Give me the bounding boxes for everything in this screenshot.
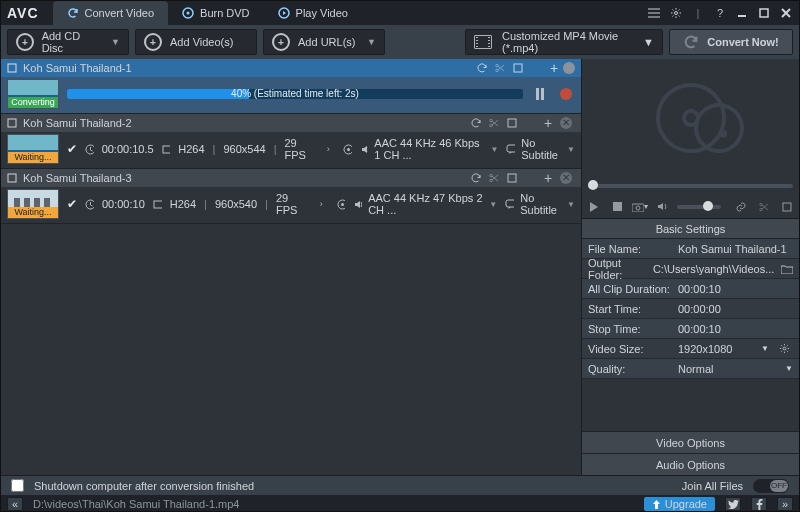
- scissors-icon[interactable]: [485, 169, 503, 187]
- stop-time-field[interactable]: 00:00:10: [678, 323, 793, 335]
- clock-icon: [85, 199, 94, 210]
- app-logo: AVC: [7, 5, 39, 21]
- pause-button[interactable]: [531, 85, 549, 103]
- svg-point-31: [636, 206, 640, 210]
- menu-icon[interactable]: [647, 6, 661, 20]
- chevron-right-icon[interactable]: ›: [321, 140, 335, 158]
- chevron-right-icon[interactable]: ›: [314, 195, 329, 213]
- audio-track-dropdown[interactable]: AAC 44 KHz 47 Kbps 2 CH ...▼: [353, 192, 497, 216]
- maximize-button[interactable]: [757, 6, 771, 20]
- svg-point-1: [187, 12, 190, 15]
- add-url-button[interactable]: + Add URL(s) ▼: [263, 29, 385, 55]
- svg-point-33: [760, 208, 763, 211]
- video-plus-icon: +: [144, 33, 162, 51]
- gear-icon[interactable]: [669, 6, 683, 20]
- quality-dropdown[interactable]: Normal: [678, 363, 779, 375]
- play-button[interactable]: [586, 198, 603, 216]
- snapshot-button[interactable]: ▾: [631, 198, 648, 216]
- svg-rect-14: [508, 119, 516, 127]
- folder-icon[interactable]: [780, 260, 793, 278]
- thumbnail: Waiting...: [7, 134, 59, 164]
- crop-icon[interactable]: [509, 59, 527, 77]
- svg-point-3: [675, 12, 678, 15]
- seek-knob[interactable]: [588, 180, 598, 190]
- list-item[interactable]: Koh Samui Thailand-3 + ✕ Waiting... ✔: [1, 169, 581, 224]
- svg-point-7: [496, 69, 499, 72]
- link-icon[interactable]: [733, 198, 750, 216]
- next-button[interactable]: »: [777, 497, 793, 511]
- target-icon: [343, 144, 352, 155]
- svg-rect-8: [514, 64, 522, 72]
- subtitle-dropdown[interactable]: No Subtitle▼: [505, 192, 575, 216]
- crop-icon[interactable]: [503, 169, 521, 187]
- window-controls: | ?: [647, 6, 793, 20]
- svg-rect-34: [783, 203, 791, 211]
- remove-icon[interactable]: ✕: [557, 114, 575, 132]
- help-icon[interactable]: ?: [713, 6, 727, 20]
- svg-point-18: [347, 148, 350, 151]
- add-cd-disc-button[interactable]: + Add CD Disc ▼: [7, 29, 129, 55]
- scissors-icon[interactable]: [756, 198, 773, 216]
- twitter-button[interactable]: [725, 497, 741, 511]
- film-icon: [474, 35, 492, 49]
- add-icon[interactable]: +: [545, 59, 563, 77]
- loop-icon[interactable]: [473, 59, 491, 77]
- stop-button[interactable]: [609, 198, 626, 216]
- add-icon[interactable]: +: [539, 114, 557, 132]
- loop-icon[interactable]: [467, 114, 485, 132]
- video-options-button[interactable]: Video Options: [582, 431, 799, 453]
- upgrade-button[interactable]: Upgrade: [644, 497, 715, 511]
- subtitle-icon: [506, 144, 515, 155]
- clock-icon: [85, 144, 94, 155]
- svg-point-32: [760, 203, 763, 206]
- volume-button[interactable]: [654, 198, 671, 216]
- svg-rect-19: [507, 145, 515, 152]
- chevron-down-icon: ▼: [111, 37, 120, 47]
- svg-rect-23: [508, 174, 516, 182]
- stop-button[interactable]: [557, 85, 575, 103]
- output-profile-dropdown[interactable]: Customized MP4 Movie (*.mp4) ▼: [465, 29, 663, 55]
- facebook-button[interactable]: [751, 497, 767, 511]
- video-size-dropdown[interactable]: 1920x1080: [678, 343, 755, 355]
- minimize-button[interactable]: [735, 6, 749, 20]
- list-item[interactable]: Koh Samui Thailand-2 + ✕ Waiting... ✔ 00…: [1, 114, 581, 169]
- scissors-icon[interactable]: [485, 114, 503, 132]
- tab-burn-dvd[interactable]: Burn DVD: [168, 1, 264, 25]
- close-button[interactable]: [779, 6, 793, 20]
- join-all-toggle[interactable]: OFF: [753, 479, 789, 493]
- volume-slider[interactable]: [677, 205, 721, 209]
- output-folder-field[interactable]: C:\Users\yangh\Videos...: [653, 263, 774, 275]
- square-icon: [7, 118, 17, 128]
- filename-field[interactable]: Koh Samui Thailand-1: [678, 243, 793, 255]
- shutdown-checkbox[interactable]: [11, 479, 24, 492]
- audio-options-button[interactable]: Audio Options: [582, 453, 799, 475]
- scissors-icon[interactable]: [491, 59, 509, 77]
- tab-label: Play Video: [296, 7, 348, 19]
- start-time-field[interactable]: 00:00:00: [678, 303, 793, 315]
- speaker-icon: [353, 199, 362, 210]
- tab-play-video[interactable]: Play Video: [264, 1, 362, 25]
- list-item[interactable]: Koh Samui Thailand-1 + Converting 40% (E…: [1, 59, 581, 114]
- tab-label: Burn DVD: [200, 7, 250, 19]
- convert-now-button[interactable]: Convert Now!: [669, 29, 793, 55]
- prev-button[interactable]: «: [7, 497, 23, 511]
- loop-icon[interactable]: [467, 169, 485, 187]
- remove-icon[interactable]: ✕: [557, 169, 575, 187]
- tab-label: Convert Video: [85, 7, 155, 19]
- target-icon: [337, 199, 346, 210]
- chevron-down-icon: ▼: [785, 364, 793, 373]
- svg-rect-5: [8, 64, 16, 72]
- crop-icon[interactable]: [503, 114, 521, 132]
- add-icon[interactable]: +: [539, 169, 557, 187]
- audio-track-dropdown[interactable]: AAC 44 KHz 46 Kbps 1 CH ...▼: [360, 137, 498, 161]
- svg-point-22: [490, 179, 493, 182]
- crop-icon[interactable]: [778, 198, 795, 216]
- svg-point-35: [783, 347, 786, 350]
- add-video-button[interactable]: + Add Video(s): [135, 29, 257, 55]
- preview-timeline[interactable]: [582, 177, 799, 195]
- speaker-icon: [360, 144, 368, 155]
- item-title: Koh Samui Thailand-2: [23, 117, 132, 129]
- tab-convert-video[interactable]: Convert Video: [53, 1, 169, 25]
- gear-icon[interactable]: [775, 340, 793, 358]
- subtitle-dropdown[interactable]: No Subtitle▼: [506, 137, 575, 161]
